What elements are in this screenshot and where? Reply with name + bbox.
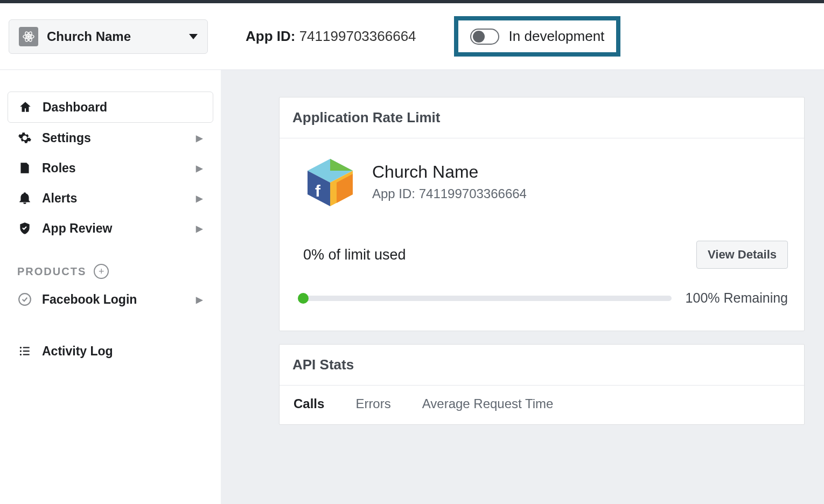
sidebar-item-label: Activity Log xyxy=(42,344,113,359)
sidebar-item-app-review[interactable]: App Review ▶ xyxy=(8,213,213,243)
sidebar-item-alerts[interactable]: Alerts ▶ xyxy=(8,183,213,213)
sidebar: Dashboard Settings ▶ Roles ▶ Alerts ▶ xyxy=(0,70,221,504)
sidebar-item-label: App Review xyxy=(42,221,112,236)
limit-used-text: 0% of limit used xyxy=(303,247,406,263)
api-stats-card: API Stats Calls Errors Average Request T… xyxy=(279,344,805,425)
svg-point-4 xyxy=(19,293,31,305)
svg-rect-6 xyxy=(23,347,30,348)
sidebar-item-facebook-login[interactable]: Facebook Login ▶ xyxy=(8,284,213,314)
check-circle-icon xyxy=(17,292,32,307)
roles-icon xyxy=(17,160,32,176)
atom-icon xyxy=(19,27,38,46)
rate-limit-card: Application Rate Limit f Church Name App… xyxy=(279,97,805,331)
gear-icon xyxy=(17,130,32,145)
sidebar-item-label: Roles xyxy=(42,161,76,176)
view-details-button[interactable]: View Details xyxy=(696,241,788,269)
sidebar-item-settings[interactable]: Settings ▶ xyxy=(8,123,213,153)
svg-point-7 xyxy=(20,350,22,352)
remaining-text: 100% Remaining xyxy=(686,290,788,306)
svg-point-0 xyxy=(27,36,30,38)
app-id-line: App ID: 741199703366664 xyxy=(372,186,527,201)
sidebar-item-label: Settings xyxy=(42,131,91,145)
dev-status-box: In development xyxy=(454,16,621,57)
main-content: Application Rate Limit f Church Name App… xyxy=(221,70,824,504)
app-name: Church Name xyxy=(372,162,527,182)
app-id-display: App ID: 741199703366664 xyxy=(246,28,416,45)
app-id-label: App ID: xyxy=(246,28,295,44)
progress-indicator xyxy=(298,293,309,304)
tab-avg-request-time[interactable]: Average Request Time xyxy=(422,386,554,424)
chevron-right-icon: ▶ xyxy=(196,133,202,143)
rate-limit-progress xyxy=(303,296,672,301)
tab-calls[interactable]: Calls xyxy=(294,386,324,424)
svg-text:f: f xyxy=(315,182,321,200)
shield-icon xyxy=(17,221,32,236)
svg-point-9 xyxy=(20,354,22,355)
sidebar-item-label: Facebook Login xyxy=(42,292,137,307)
bell-icon xyxy=(17,191,32,206)
app-id-value: 741199703366664 xyxy=(299,28,416,44)
dev-status-label: In development xyxy=(509,28,605,45)
app-selector-name: Church Name xyxy=(47,29,131,44)
svg-rect-8 xyxy=(23,351,30,352)
rate-limit-title: Application Rate Limit xyxy=(280,97,804,138)
sidebar-item-roles[interactable]: Roles ▶ xyxy=(8,153,213,183)
sidebar-item-label: Alerts xyxy=(42,191,77,206)
app-selector[interactable]: Church Name xyxy=(9,19,208,54)
list-icon xyxy=(17,344,32,359)
api-stats-title: API Stats xyxy=(280,345,804,386)
svg-rect-10 xyxy=(23,354,30,355)
chevron-down-icon xyxy=(189,34,198,39)
products-section-label: PRODUCTS xyxy=(17,265,86,278)
svg-point-5 xyxy=(20,347,22,348)
add-product-button[interactable]: + xyxy=(94,264,109,279)
app-cube-icon: f xyxy=(303,155,357,208)
sidebar-item-dashboard[interactable]: Dashboard xyxy=(8,92,213,123)
chevron-right-icon: ▶ xyxy=(196,223,202,234)
dev-mode-toggle[interactable] xyxy=(470,29,499,45)
sidebar-item-label: Dashboard xyxy=(43,100,107,115)
chevron-right-icon: ▶ xyxy=(196,163,202,173)
chevron-right-icon: ▶ xyxy=(196,193,202,204)
sidebar-item-activity-log[interactable]: Activity Log xyxy=(8,336,213,366)
home-icon xyxy=(18,100,33,115)
svg-marker-12 xyxy=(330,159,353,171)
chevron-right-icon: ▶ xyxy=(196,295,202,305)
tab-errors[interactable]: Errors xyxy=(355,386,390,424)
